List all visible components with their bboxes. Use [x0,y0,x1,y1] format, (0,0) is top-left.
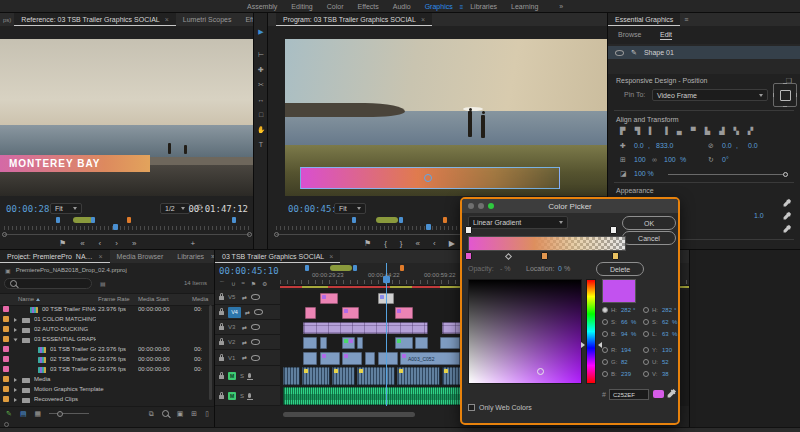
eye-icon[interactable] [251,339,260,345]
item-name[interactable]: 02 AUTO-DUCKING [34,326,96,332]
workspace-tab-editing[interactable]: Editing [284,0,319,13]
linked-selection-icon[interactable]: ≈ [241,280,244,289]
opacity-slider[interactable] [668,174,786,175]
sync-lock-icon[interactable]: ⇄ [242,354,247,361]
sync-lock-icon[interactable]: ⇄ [242,339,247,346]
item-name[interactable]: 01 TSB Trailer Graphics [50,346,96,352]
solo-button[interactable]: S [240,393,244,399]
clipped-tab-fragment[interactable]: ps) [0,17,14,23]
step-back-icon[interactable]: ‹ [433,239,436,248]
marker-blue[interactable] [352,217,356,223]
lock-icon[interactable] [219,357,224,361]
scale-h-value[interactable]: 100 [664,156,676,163]
radio-s[interactable] [602,319,608,325]
only-web-colors-checkbox[interactable] [468,404,475,411]
b2-value[interactable]: 239 [621,371,631,377]
tab-lumetri-scopes[interactable]: Lumetri Scopes [176,13,239,26]
workspace-tab-effects[interactable]: Effects [350,0,385,13]
eye-icon[interactable] [615,50,624,56]
item-name[interactable]: 03 TSB Trailer Graphics [50,366,96,372]
clip-video[interactable] [415,337,428,349]
source-ruler-ticks[interactable] [4,226,250,230]
zoom-slider[interactable] [49,413,89,414]
eye-icon[interactable] [251,294,260,300]
clip-video[interactable] [357,337,363,349]
clip-video[interactable] [303,337,317,349]
gradient-type-select[interactable]: Linear Gradient [468,216,568,229]
align-icon[interactable]: ▚ [733,127,738,135]
lock-icon[interactable] [219,395,224,399]
align-icon[interactable]: ▛ [620,127,625,135]
timeline-settings-icon[interactable]: ⚙ [262,280,267,289]
automate-sequence-icon[interactable]: ⧉ [149,410,154,418]
close-icon[interactable]: × [421,16,425,23]
column-frame-rate[interactable]: Frame Rate [98,296,130,302]
track-header-v1[interactable]: V1⇄ [215,350,280,366]
mac-minimize-button[interactable] [478,203,484,209]
color-stop-orange[interactable] [541,252,548,260]
tab-media-browser[interactable]: Media Browser [110,250,171,263]
clip-video[interactable] [342,337,355,349]
label-color-swatch[interactable] [3,306,9,312]
sync-lock-icon[interactable]: ⇄ [242,324,247,331]
h-value[interactable]: 282 [621,307,631,313]
eyedropper-icon[interactable] [667,388,677,398]
align-icon[interactable]: ▞ [748,127,753,135]
program-playhead-marker[interactable] [426,224,431,230]
workspace-tab-learning[interactable]: Learning [504,0,545,13]
mac-zoom-button[interactable] [488,203,494,209]
tab-sequence[interactable]: 03 TSB Trailer Graphics SOCIAL× [215,250,340,263]
hand-tool[interactable]: ✋ [254,126,268,134]
b-value[interactable]: 94 [621,331,628,337]
eyedropper-icon[interactable] [783,224,792,233]
mute-button[interactable]: M [228,372,236,380]
add-marker-icon[interactable]: ⚑ [251,280,256,289]
color-stop-gold[interactable] [612,252,619,260]
eyedropper-icon[interactable] [783,198,792,207]
dialog-titlebar[interactable]: Color Picker [462,199,678,213]
gradient-bar[interactable] [469,237,625,250]
timeline-timecode[interactable]: 00:00:45:10 [219,266,279,276]
eye-icon[interactable] [254,309,263,315]
find-icon[interactable] [162,410,169,418]
hsl-h-value[interactable]: 282 [662,307,672,313]
track-header-v2[interactable]: V2⇄ [215,335,280,350]
panel-menu-icon[interactable]: ≡ [684,16,688,23]
mic-icon[interactable] [248,373,251,378]
track-header-a2[interactable]: MS [215,386,280,406]
source-playhead-marker[interactable] [113,224,118,230]
clip-audio[interactable] [332,367,355,385]
radio-h[interactable] [602,307,608,313]
marker-blue[interactable] [305,265,309,271]
opacity-slider-knob[interactable] [783,172,788,177]
item-name[interactable]: 01 COLOR MATCHING [34,316,96,322]
workspace-tab-assembly[interactable]: Assembly [240,0,284,13]
marker-blue[interactable] [56,217,60,223]
close-icon[interactable]: × [165,16,169,23]
marker-blue[interactable] [232,217,236,223]
slip-tool[interactable]: ↔ [254,96,268,103]
hex-input[interactable]: C252EF [609,389,649,400]
source-patch-v4[interactable]: V4 [228,307,241,318]
item-name[interactable]: 00 TSB Trailer FINAL [42,306,96,312]
project-row-bin[interactable]: Recovered Clips [0,395,210,405]
program-zoom-select[interactable]: Fit [334,203,366,214]
opacity-value[interactable]: 100 % [634,170,654,177]
marker-blue[interactable] [353,265,357,271]
clip-video[interactable] [320,352,340,365]
play-icon[interactable]: ▶ [449,239,455,248]
marker-orange[interactable] [443,217,447,223]
clip-video[interactable] [320,337,327,349]
nest-indicator-icon[interactable]: ⌒ [219,280,225,289]
label-color-swatch[interactable] [3,316,9,322]
position-y-value[interactable]: 833.0 [656,142,674,149]
color-stop-magenta[interactable] [465,252,472,260]
color-field[interactable] [468,279,582,384]
tab-browse[interactable]: Browse [618,31,641,38]
radio-g[interactable] [602,359,608,365]
go-to-in-icon[interactable]: « [80,239,84,248]
clip-video[interactable] [365,352,375,365]
close-icon[interactable]: × [329,253,333,260]
column-name[interactable]: Name [18,296,40,302]
clip-audio[interactable] [302,367,330,385]
